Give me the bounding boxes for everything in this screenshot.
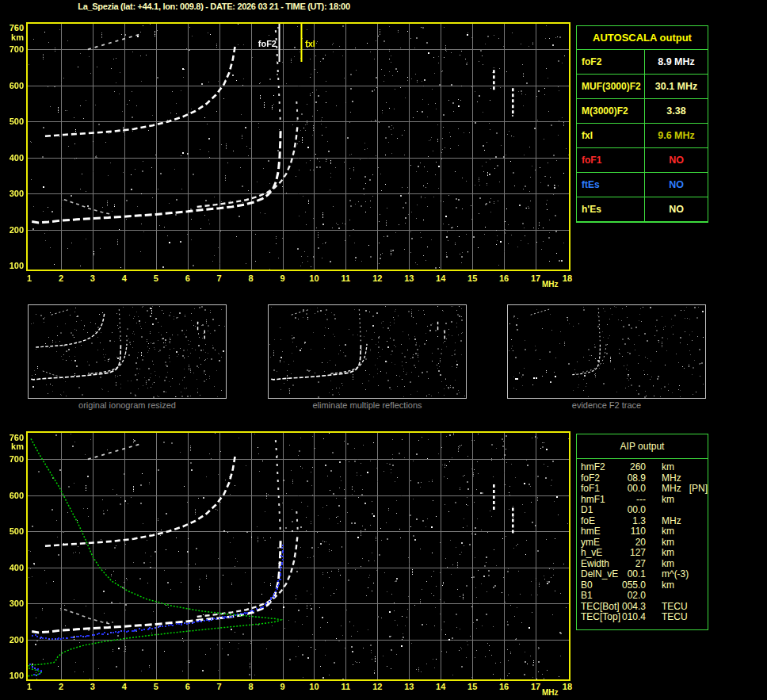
- aip-row: TEC[Bot]004.3TECU: [581, 602, 708, 613]
- aip-row-unit: MHz: [662, 484, 681, 495]
- aip-row-label: TEC[Top]: [581, 612, 622, 623]
- y-axis-unit: km: [3, 442, 24, 451]
- aip-row: B102.0: [581, 591, 708, 602]
- x-axis-tick: 11: [337, 682, 354, 691]
- x-axis-tick: 1: [21, 273, 38, 283]
- bottom-ionogram-canvas: [26, 431, 570, 681]
- autoscala-row-value: 30.1 MHz: [645, 75, 708, 99]
- x-axis-tick: 1: [21, 682, 38, 691]
- aip-row-label: h_vE: [581, 548, 622, 559]
- aip-row-value: 127: [622, 548, 646, 559]
- ionogram-app: La_Spezia (lat: +44.1, lon: 009.8) - DAT…: [0, 0, 767, 700]
- y-axis-tick: 400: [3, 153, 24, 163]
- aip-row-unit: MHz: [662, 516, 681, 527]
- x-axis-tick: 15: [464, 682, 481, 691]
- thumbnail-caption-2: eliminate multiple reflections: [268, 400, 467, 410]
- y-axis-tick: 300: [3, 189, 24, 198]
- aip-row-label: D1: [581, 505, 622, 516]
- aip-row-value: 20: [622, 537, 646, 549]
- x-axis-tick: 2: [52, 273, 70, 283]
- aip-row-unit: m^(-3): [662, 569, 689, 580]
- autoscala-row-label: MUF(3000)F2: [577, 75, 645, 99]
- aip-row: hmF1---km: [581, 495, 708, 506]
- aip-row-label: foE: [581, 516, 622, 527]
- x-axis-tick: 10: [305, 273, 322, 283]
- aip-row-unit: km: [662, 526, 674, 537]
- aip-row: Ewidth27km: [581, 559, 708, 570]
- x-axis-tick: 11: [337, 273, 354, 283]
- aip-row-label: hmF2: [581, 462, 622, 473]
- thumbnail-caption-1: original ionogram resized: [28, 400, 227, 410]
- aip-row-label: hmF1: [581, 495, 622, 506]
- aip-row-value: 110: [622, 526, 646, 537]
- aip-row: foF208.9MHz: [581, 473, 708, 484]
- y-axis-unit: km: [3, 33, 24, 42]
- x-axis-tick: 12: [368, 682, 386, 691]
- aip-row: foF100.0MHz[PN]: [581, 484, 708, 495]
- aip-row-value: ---: [622, 495, 646, 506]
- aip-row-value: 260: [622, 462, 646, 473]
- x-axis-tick: 16: [495, 682, 513, 691]
- x-axis-unit: MHz: [542, 280, 559, 289]
- aip-row-value: 00.0: [622, 505, 646, 516]
- x-axis-tick: 6: [179, 682, 197, 691]
- aip-row: h_vE127km: [581, 548, 708, 559]
- x-axis-tick: 9: [274, 273, 292, 283]
- aip-row-label: DelN_vE: [581, 569, 622, 580]
- y-axis-tick: 300: [3, 599, 24, 608]
- aip-row-label: hmE: [581, 526, 622, 537]
- x-axis-tick: 5: [147, 273, 165, 283]
- x-axis-tick: 16: [495, 273, 513, 283]
- y-axis-tick: 500: [3, 526, 24, 536]
- autoscala-row-value: 8.9 MHz: [645, 50, 708, 75]
- aip-row-label: ymE: [581, 537, 622, 549]
- autoscala-row-value: NO: [645, 197, 708, 222]
- x-axis-tick: 14: [432, 682, 449, 691]
- autoscala-row-label: ftEs: [577, 173, 645, 197]
- top-ionogram-canvas: [26, 22, 570, 271]
- aip-row-value: 02.0: [622, 591, 646, 602]
- aip-row-label: Ewidth: [581, 559, 622, 570]
- x-axis-tick: 7: [211, 682, 228, 691]
- aip-row: foE1.3MHz: [581, 516, 708, 527]
- x-axis-tick: 10: [305, 682, 322, 691]
- aip-row-unit: km: [662, 462, 674, 473]
- x-axis-tick: 5: [147, 682, 165, 691]
- y-axis-tick: 500: [3, 117, 24, 126]
- y-axis-tick: 200: [3, 635, 24, 645]
- station-title: La_Spezia (lat: +44.1, lon: 009.8) - DAT…: [32, 2, 396, 11]
- aip-row-label: B0: [581, 580, 622, 591]
- autoscala-row-label: foF1: [577, 148, 645, 173]
- x-axis-tick: 14: [432, 273, 449, 283]
- y-axis-tick: 700: [3, 454, 24, 464]
- aip-row-value: 004.3: [622, 602, 646, 613]
- autoscala-table-header: AUTOSCALA output: [577, 26, 708, 50]
- y-axis-tick: 400: [3, 563, 24, 572]
- aip-row-extra: [PN]: [689, 484, 708, 495]
- aip-row: ymE20km: [581, 537, 708, 549]
- aip-row-unit: km: [662, 559, 674, 570]
- x-axis-tick: 6: [179, 273, 197, 283]
- autoscala-row-label: foF2: [577, 50, 645, 75]
- y-axis-tick: 700: [3, 44, 24, 54]
- thumbnail-original-ionogram: [28, 304, 227, 399]
- x-axis-tick: 15: [464, 273, 481, 283]
- aip-row-unit: TECU: [662, 612, 688, 623]
- aip-row-value: 00.1: [622, 569, 646, 580]
- aip-row-unit: MHz: [662, 473, 681, 484]
- y-axis-tick: 100: [3, 671, 24, 680]
- aip-row-unit: km: [662, 548, 674, 559]
- x-axis-tick: 13: [400, 273, 418, 283]
- x-axis-tick: 4: [116, 273, 133, 283]
- x-axis-tick: 18: [559, 273, 576, 283]
- autoscala-output-table: AUTOSCALA output foF28.9 MHzMUF(3000)F23…: [576, 25, 708, 223]
- y-axis-tick: 760: [3, 23, 24, 33]
- aip-row-unit: km: [662, 580, 674, 591]
- x-axis-tick: 12: [368, 273, 386, 283]
- aip-row-value: 00.0: [622, 484, 646, 495]
- fxi-marker-label: fxI: [305, 39, 315, 48]
- aip-row-value: 055.0: [622, 580, 646, 591]
- aip-row: hmF2260km: [581, 462, 708, 473]
- x-axis-tick: 8: [242, 273, 260, 283]
- aip-row-unit: km: [662, 537, 674, 549]
